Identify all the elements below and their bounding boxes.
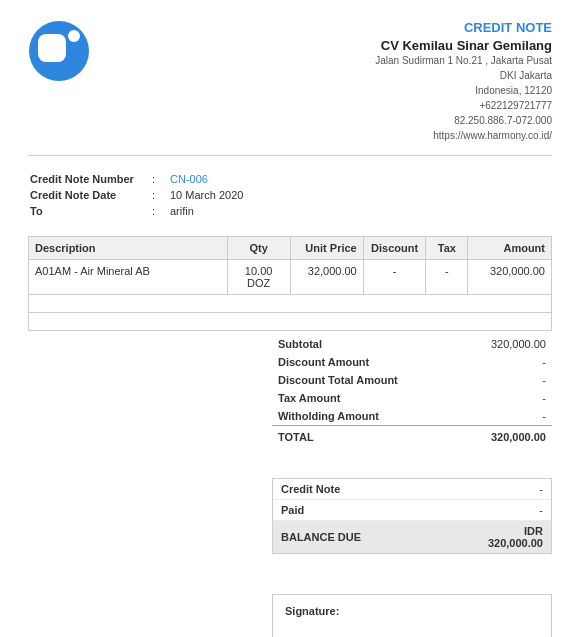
colon2: : [152, 188, 168, 202]
items-section: Description Qty Unit Price Discount Tax … [28, 236, 552, 331]
company-info: CREDIT NOTE CV Kemilau Sinar Gemilang Ja… [375, 20, 552, 143]
credit-note-date-value: 10 March 2020 [170, 188, 243, 202]
summary-subtotal-row: Subtotal 320,000.00 [272, 335, 552, 353]
row-tax: - [426, 260, 468, 295]
header: CREDIT NOTE CV Kemilau Sinar Gemilang Ja… [28, 20, 552, 143]
tax-amount-value: - [458, 389, 552, 407]
cn-paid-row: Paid - [273, 500, 551, 521]
col-discount: Discount [363, 237, 426, 260]
credit-note-number-value: CN-006 [170, 172, 243, 186]
signature-wrapper: Signature: Name: [28, 574, 552, 637]
subtotal-label: Subtotal [272, 335, 458, 353]
row-discount: - [363, 260, 426, 295]
meta-table: Credit Note Number : CN-006 Credit Note … [28, 170, 245, 220]
logo-area [28, 20, 90, 82]
col-amount: Amount [468, 237, 552, 260]
discount-amount-value: - [458, 353, 552, 371]
meta-section: Credit Note Number : CN-006 Credit Note … [28, 170, 552, 220]
cn-balance-label: BALANCE DUE [273, 521, 433, 554]
summary-discount-amount-row: Discount Amount - [272, 353, 552, 371]
svg-point-3 [74, 62, 82, 70]
cn-balance-amount: 320,000.00 [488, 537, 543, 549]
fax: 82.250.886.7-072.000 [454, 115, 552, 126]
colon1: : [152, 172, 168, 186]
cn-balance-value: IDR 320,000.00 [433, 521, 551, 554]
summary-total-row: TOTAL 320,000.00 [272, 426, 552, 447]
credit-note-date-label: Credit Note Date [30, 188, 150, 202]
cn-paid-label: Paid [273, 500, 433, 521]
credit-note-title: CREDIT NOTE [375, 20, 552, 35]
cn-summary-table: Credit Note - Paid - BALANCE DUE IDR 320… [273, 479, 551, 553]
table-header-row: Description Qty Unit Price Discount Tax … [29, 237, 552, 260]
discount-amount-label: Discount Amount [272, 353, 458, 371]
cn-balance-currency: IDR [524, 525, 543, 537]
tax-amount-label: Tax Amount [272, 389, 458, 407]
row-qty: 10.00 DOZ [227, 260, 290, 295]
page: CREDIT NOTE CV Kemilau Sinar Gemilang Ja… [0, 0, 580, 637]
row-description: A01AM - Air Mineral AB [29, 260, 228, 295]
col-qty: Qty [227, 237, 290, 260]
to-value: arifin [170, 204, 243, 218]
signature-label: Signature: [285, 605, 539, 617]
header-divider [28, 155, 552, 156]
total-label: TOTAL [272, 426, 458, 447]
row-unit-price: 32,000.00 [290, 260, 363, 295]
table-row: A01AM - Air Mineral AB 10.00 DOZ 32,000.… [29, 260, 552, 295]
cn-paid-value: - [433, 500, 551, 521]
signature-box: Signature: Name: [272, 594, 552, 637]
to-label: To [30, 204, 150, 218]
address-line3: Indonesia, 12120 [475, 85, 552, 96]
company-name: CV Kemilau Sinar Gemilang [375, 38, 552, 53]
discount-total-label: Discount Total Amount [272, 371, 458, 389]
summary-table: Subtotal 320,000.00 Discount Amount - Di… [272, 335, 552, 446]
summary-section: Subtotal 320,000.00 Discount Amount - Di… [28, 335, 552, 446]
witholding-value: - [458, 407, 552, 426]
summary-witholding-row: Witholding Amount - [272, 407, 552, 426]
meta-row-number: Credit Note Number : CN-006 [30, 172, 243, 186]
summary-discount-total-row: Discount Total Amount - [272, 371, 552, 389]
col-unit-price: Unit Price [290, 237, 363, 260]
discount-total-value: - [458, 371, 552, 389]
empty-row-2 [29, 313, 552, 331]
cn-credit-note-value: - [433, 479, 551, 500]
credit-note-number-label: Credit Note Number [30, 172, 150, 186]
items-table: Description Qty Unit Price Discount Tax … [28, 236, 552, 331]
website: https://www.harmony.co.id/ [433, 130, 552, 141]
cn-summary-wrapper: Credit Note - Paid - BALANCE DUE IDR 320… [28, 462, 552, 554]
row-amount: 320,000.00 [468, 260, 552, 295]
empty-row-1 [29, 295, 552, 313]
cn-balance-row: BALANCE DUE IDR 320,000.00 [273, 521, 551, 554]
company-logo [28, 20, 90, 82]
col-description: Description [29, 237, 228, 260]
colon3: : [152, 204, 168, 218]
meta-row-to: To : arifin [30, 204, 243, 218]
svg-point-2 [68, 30, 80, 42]
subtotal-value: 320,000.00 [458, 335, 552, 353]
cn-credit-note-label: Credit Note [273, 479, 433, 500]
col-tax: Tax [426, 237, 468, 260]
cn-credit-note-row: Credit Note - [273, 479, 551, 500]
total-value: 320,000.00 [458, 426, 552, 447]
company-details: Jalan Sudirman 1 No.21 , Jakarta Pusat D… [375, 53, 552, 143]
summary-tax-row: Tax Amount - [272, 389, 552, 407]
meta-row-date: Credit Note Date : 10 March 2020 [30, 188, 243, 202]
row-description-text: A01AM - Air Mineral AB [35, 265, 150, 277]
cn-summary-box: Credit Note - Paid - BALANCE DUE IDR 320… [272, 478, 552, 554]
witholding-label: Witholding Amount [272, 407, 458, 426]
svg-rect-1 [38, 34, 66, 62]
address-line2: DKI Jakarta [500, 70, 552, 81]
phone: +622129721777 [479, 100, 552, 111]
address-line1: Jalan Sudirman 1 No.21 , Jakarta Pusat [375, 55, 552, 66]
